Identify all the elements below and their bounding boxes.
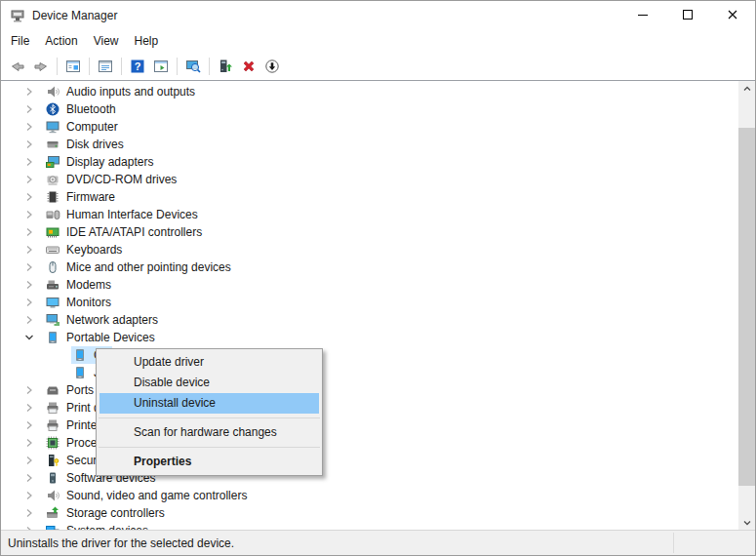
chevron-right-icon[interactable]	[22, 489, 36, 502]
context-menu-item-scan-for-hardware-changes[interactable]: Scan for hardware changes	[99, 422, 319, 443]
context-menu-item-update-driver[interactable]: Update driver	[99, 352, 319, 373]
chevron-right-icon[interactable]	[22, 208, 36, 221]
menu-bar: FileActionViewHelp	[1, 30, 755, 52]
minimize-icon	[635, 7, 651, 25]
chevron-right-icon[interactable]	[22, 243, 36, 257]
menu-file[interactable]: File	[3, 31, 37, 51]
tree-item-mice-and-other-pointing-devices[interactable]: Mice and other pointing devices	[1, 258, 755, 276]
context-menu-item-uninstall-device[interactable]: Uninstall device	[99, 393, 319, 414]
printer-icon	[45, 417, 60, 433]
tree-item-content: Print q	[44, 399, 103, 417]
toolbar-disable-device-button[interactable]	[260, 55, 284, 78]
chevron-right-icon[interactable]	[22, 471, 36, 485]
tree-item-monitors[interactable]: Monitors	[1, 294, 755, 311]
tree-item-label: Keyboards	[66, 243, 122, 257]
close-button[interactable]	[710, 1, 755, 30]
context-menu-item-disable-device[interactable]: Disable device	[99, 373, 319, 393]
tree-item-keyboards[interactable]: Keyboards	[1, 241, 755, 258]
tree-item-display-adapters[interactable]: Display adapters	[1, 153, 755, 171]
disk-drive-icon	[45, 137, 60, 152]
help-icon: ?	[130, 59, 145, 74]
portable-device-icon	[72, 365, 88, 380]
tree-item-label: Monitors	[66, 296, 111, 309]
window-controls	[620, 1, 755, 30]
tree-item-human-interface-devices[interactable]: Human Interface Devices	[1, 206, 755, 223]
tree-item-content: Storage controllers	[44, 504, 168, 522]
chevron-right-icon[interactable]	[22, 85, 36, 99]
chevron-right-icon[interactable]	[22, 225, 36, 239]
maximize-button[interactable]	[665, 1, 710, 30]
tree-item-content: Sound, video and game controllers	[44, 487, 250, 504]
chevron-down-icon[interactable]	[22, 331, 36, 344]
chevron-right-icon[interactable]	[22, 155, 36, 169]
toolbar-separator	[209, 58, 210, 75]
menu-help[interactable]: Help	[127, 31, 167, 51]
tree-item-sound-video-and-game-controllers[interactable]: Sound, video and game controllers	[1, 487, 755, 504]
toolbar-uninstall-device-button[interactable]	[237, 55, 260, 78]
tree-item-modems[interactable]: Modems	[1, 276, 755, 294]
tree-item-computer[interactable]: Computer	[1, 118, 755, 136]
monitor-icon	[45, 295, 60, 310]
tree-item-label: Human Interface Devices	[66, 208, 198, 221]
vertical-scrollbar[interactable]	[738, 81, 755, 532]
tree-item-label: Audio inputs and outputs	[66, 85, 195, 99]
chevron-right-icon[interactable]	[22, 436, 36, 450]
chevron-right-icon[interactable]	[22, 454, 36, 467]
close-icon	[725, 7, 740, 25]
context-menu-item-properties[interactable]: Properties	[99, 452, 319, 472]
menu-view[interactable]: View	[86, 31, 127, 51]
tree-item-content: Audio inputs and outputs	[44, 83, 198, 100]
chevron-right-icon[interactable]	[22, 102, 36, 116]
chevron-right-icon[interactable]	[22, 138, 36, 151]
expander-spacer	[50, 366, 63, 379]
tree-item-content: Human Interface Devices	[44, 206, 201, 223]
tree-item-label: Bluetooth	[66, 102, 116, 116]
toolbar-properties-button[interactable]	[94, 55, 117, 78]
tree-item-content: Display adapters	[44, 153, 156, 171]
chevron-right-icon[interactable]	[22, 313, 36, 327]
tree-item-portable-devices[interactable]: Portable Devices	[1, 329, 755, 346]
chevron-right-icon[interactable]	[22, 260, 36, 274]
tree-item-label: DVD/CD-ROM drives	[66, 173, 177, 186]
toolbar-back-button[interactable]	[6, 55, 29, 78]
menu-action[interactable]: Action	[37, 31, 85, 51]
toolbar-action-pane-button[interactable]	[149, 55, 173, 78]
tree-item-disk-drives[interactable]: Disk drives	[1, 136, 755, 153]
tree-item-storage-controllers[interactable]: Storage controllers	[1, 504, 755, 522]
toolbar-update-driver-button[interactable]	[214, 55, 237, 78]
chevron-right-icon[interactable]	[22, 190, 36, 204]
scroll-up-arrow-icon	[742, 82, 752, 97]
tree-item-audio-inputs-and-outputs[interactable]: Audio inputs and outputs	[1, 83, 755, 100]
chevron-right-icon[interactable]	[22, 418, 36, 432]
computer-up-arrow-icon	[218, 59, 233, 74]
tree-item-content: Mice and other pointing devices	[44, 258, 234, 276]
minimize-button[interactable]	[620, 1, 665, 30]
storage-controller-icon	[45, 505, 60, 521]
tree-item-ide-ata-atapi-controllers[interactable]: IDE ATA/ATAPI controllers	[1, 223, 755, 241]
maximize-icon	[680, 7, 696, 25]
scroll-up-button[interactable]	[738, 81, 755, 98]
toolbar-help-button[interactable]: ?	[126, 55, 149, 78]
tree-item-network-adapters[interactable]: Network adapters	[1, 311, 755, 329]
context-menu-separator	[99, 447, 320, 448]
chevron-right-icon[interactable]	[22, 120, 36, 134]
hid-icon	[45, 207, 60, 222]
bluetooth-icon	[45, 101, 60, 117]
toolbar-separator	[57, 58, 58, 75]
chevron-right-icon[interactable]	[22, 506, 36, 520]
tree-item-content: IDE ATA/ATAPI controllers	[44, 223, 205, 241]
tree-item-bluetooth[interactable]: Bluetooth	[1, 100, 755, 118]
chevron-right-icon[interactable]	[22, 173, 36, 186]
chevron-right-icon[interactable]	[22, 401, 36, 415]
scrollbar-thumb[interactable]	[738, 128, 755, 486]
toolbar-scan-hardware-button[interactable]	[181, 55, 205, 78]
chevron-right-icon[interactable]	[22, 278, 36, 292]
toolbar-show-console-tree-button[interactable]	[61, 55, 85, 78]
toolbar-forward-button[interactable]	[29, 55, 53, 78]
tree-item-firmware[interactable]: Firmware	[1, 188, 755, 206]
down-arrow-circle-icon	[264, 59, 280, 74]
tree-item-dvd-cd-rom-drives[interactable]: DVD/CD-ROM drives	[1, 171, 755, 188]
chevron-right-icon[interactable]	[22, 383, 36, 397]
chevron-right-icon[interactable]	[22, 296, 36, 309]
toolbar-separator	[121, 58, 122, 75]
